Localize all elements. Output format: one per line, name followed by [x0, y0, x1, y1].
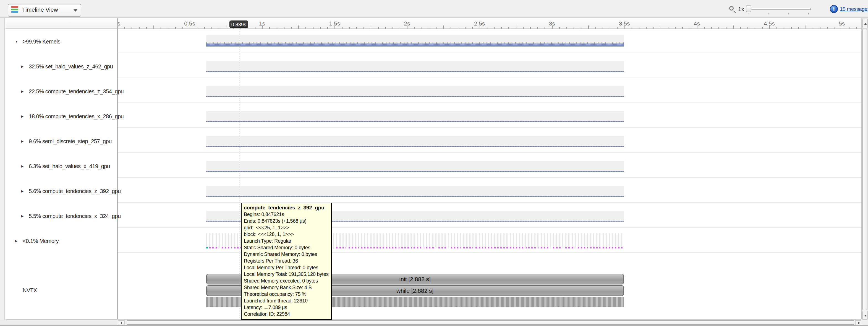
kernel-range-bar[interactable] [206, 111, 624, 121]
sidebar-row[interactable]: ▶18.0% compute_tendencies_x_286_gpu [5, 104, 117, 129]
ruler-tick [393, 27, 393, 29]
expand-arrow-icon[interactable]: ▶ [21, 114, 24, 118]
sidebar-row[interactable]: ▶22.5% compute_tendencies_z_354_gpu [5, 79, 117, 104]
ruler-tick [219, 27, 219, 29]
ruler-tick [537, 27, 538, 29]
sidebar-row[interactable]: ▶5.6% compute_tendencies_z_392_gpu [5, 179, 117, 203]
ruler-tick [690, 27, 690, 29]
scroll-left-button[interactable] [118, 320, 125, 325]
zoom-slider-tick [808, 13, 809, 15]
sidebar-row-label: 32.5% set_halo_values_z_462_gpu [29, 63, 113, 70]
ruler-tick [197, 27, 197, 29]
ruler-tick [226, 26, 226, 29]
ruler-tick [385, 27, 386, 29]
vertical-scrollbar-thumb[interactable] [863, 29, 867, 310]
row-separator [118, 103, 861, 103]
ruler-tick [146, 27, 147, 29]
time-cursor-line [239, 29, 239, 319]
expand-arrow-icon[interactable]: ▶ [21, 214, 24, 218]
expand-arrow-icon[interactable]: ▶ [21, 89, 24, 93]
horizontal-scrollbar-thumb[interactable] [127, 320, 854, 325]
timeline-rows-area: init [2.882 s]while [2.882 s] [118, 29, 861, 319]
kernel-activity-line[interactable] [206, 71, 624, 72]
kernel-activity-line[interactable] [206, 171, 624, 172]
kernel-range-bar[interactable] [206, 161, 624, 171]
ruler-tick [610, 27, 610, 29]
sidebar-row[interactable]: ▶32.5% set_halo_values_z_462_gpu [5, 54, 117, 79]
scroll-down-button[interactable] [862, 311, 868, 320]
sidebar-row[interactable]: ▼>99.9% Kernels [5, 29, 117, 54]
ruler-tick [255, 27, 255, 29]
ruler-tick [769, 26, 770, 29]
timeline-view-icon-bar [11, 6, 18, 8]
ruler-tick [277, 27, 277, 29]
kernel-range-bar[interactable] [206, 136, 624, 146]
kernel-activity-line[interactable] [206, 96, 624, 97]
ruler-tick [262, 26, 262, 29]
messages-link[interactable]: 15 messages [840, 6, 868, 12]
ruler-tick [451, 27, 451, 29]
sidebar-row-label: <0.1% Memory [23, 238, 59, 244]
ruler-tick [632, 27, 632, 29]
expand-arrow-icon[interactable]: ▶ [21, 189, 24, 193]
tooltip-line: Ends: 0.847623s (+1.568 µs) [244, 218, 329, 224]
collapse-arrow-icon[interactable]: ▼ [15, 39, 18, 44]
kernel-activity-line[interactable] [206, 146, 624, 147]
sidebar-row-label: NVTX [23, 287, 37, 294]
ruler-tick [168, 27, 168, 29]
sidebar-row[interactable]: ▶9.6% semi_discrete_step_257_gpu [5, 129, 117, 154]
sidebar-row[interactable]: ▶5.5% compute_tendencies_x_324_gpu [5, 203, 117, 228]
kernel-activity-line[interactable] [206, 121, 624, 122]
ruler-tick [791, 27, 792, 29]
ruler-tick [813, 27, 813, 29]
expand-arrow-icon[interactable]: ▶ [15, 239, 18, 243]
expand-arrow-icon[interactable]: ▶ [21, 64, 24, 69]
ruler-tick [139, 27, 140, 29]
sidebar-row-nvtx[interactable]: NVTX [5, 280, 117, 300]
scroll-up-button[interactable] [862, 19, 868, 29]
ruler-tick [682, 27, 683, 29]
kernel-range-bar[interactable] [206, 61, 624, 71]
tooltip-line: Shared Memory Bank Size: 4 B [244, 284, 329, 291]
ruler-tick [124, 27, 125, 29]
ruler-tick [479, 26, 480, 29]
ruler-tick [291, 27, 292, 29]
ruler-tick [436, 27, 436, 29]
ruler-tick [602, 27, 603, 29]
ruler-tick [653, 27, 654, 29]
kernel-activity-line[interactable] [206, 196, 624, 197]
zoom-slider-thumb[interactable] [746, 5, 751, 12]
info-icon[interactable]: i [830, 5, 838, 13]
sidebar-row-label: >99.9% Kernels [23, 38, 60, 45]
kernel-range-bar[interactable] [206, 186, 624, 196]
kernel-range-bar[interactable] [206, 86, 624, 96]
tooltip: compute_tendencies_z_392_gpuBegins: 0.84… [241, 203, 332, 320]
kernel-summary-activity[interactable] [206, 44, 624, 46]
sidebar-row-label: 5.5% compute_tendencies_x_324_gpu [29, 213, 121, 219]
zoom-slider-track[interactable] [746, 8, 811, 10]
ruler-tick [153, 26, 154, 29]
ruler-tick [298, 26, 299, 29]
ruler-tick [335, 26, 335, 29]
sidebar-row[interactable]: ▶6.3% set_halo_values_x_419_gpu [5, 154, 117, 179]
tooltip-title: compute_tendencies_z_392_gpu [244, 205, 329, 211]
sidebar-row-label: 5.6% compute_tendencies_z_392_gpu [29, 188, 121, 194]
sidebar-row[interactable]: ▶<0.1% Memory [5, 228, 117, 253]
ruler-tick [400, 27, 400, 29]
ruler-tick [798, 27, 799, 29]
zoom-slider-tick [749, 13, 749, 15]
ruler-tick [371, 26, 371, 29]
tooltip-line: Theoretical occupancy: 75 % [244, 291, 329, 297]
row-separator [118, 202, 861, 203]
ruler-tick [755, 27, 755, 29]
expand-arrow-icon[interactable]: ▶ [21, 139, 24, 143]
window-bottom-edge [0, 325, 868, 326]
ruler-tick [566, 27, 567, 29]
ruler-tick [523, 27, 524, 29]
down-arrow-icon [864, 315, 867, 317]
sidebar-row-label: 6.3% set_halo_values_x_419_gpu [29, 163, 110, 169]
expand-arrow-icon[interactable]: ▶ [21, 164, 24, 168]
ruler-tick [458, 27, 458, 29]
ruler-tick [827, 27, 828, 29]
ruler-tick [849, 27, 849, 29]
